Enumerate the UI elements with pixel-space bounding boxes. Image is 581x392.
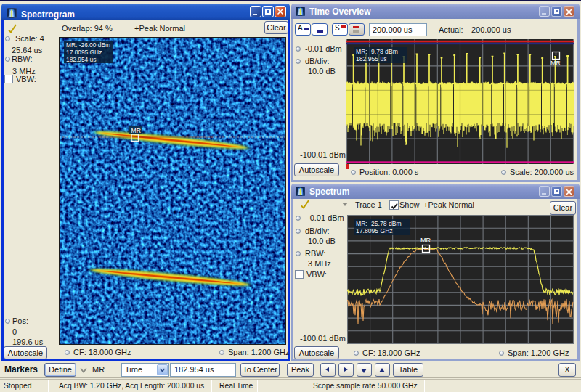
svg-text:182.954 us: 182.954 us xyxy=(66,56,96,63)
svg-text:17.8095 GHz: 17.8095 GHz xyxy=(66,49,102,56)
svg-text:MR: MR xyxy=(550,60,561,67)
svg-text:MR: -9.78 dBm: MR: -9.78 dBm xyxy=(356,48,398,55)
svg-text:182.955 us: 182.955 us xyxy=(356,55,387,62)
svg-text:MR: MR xyxy=(131,127,141,134)
svg-text:MR: MR xyxy=(420,237,431,244)
svg-text:MR: -25.78 dBm: MR: -25.78 dBm xyxy=(356,220,402,227)
svg-text:MR: -26.00 dBm: MR: -26.00 dBm xyxy=(66,41,110,49)
svg-text:17.8095 GHz: 17.8095 GHz xyxy=(356,227,393,234)
